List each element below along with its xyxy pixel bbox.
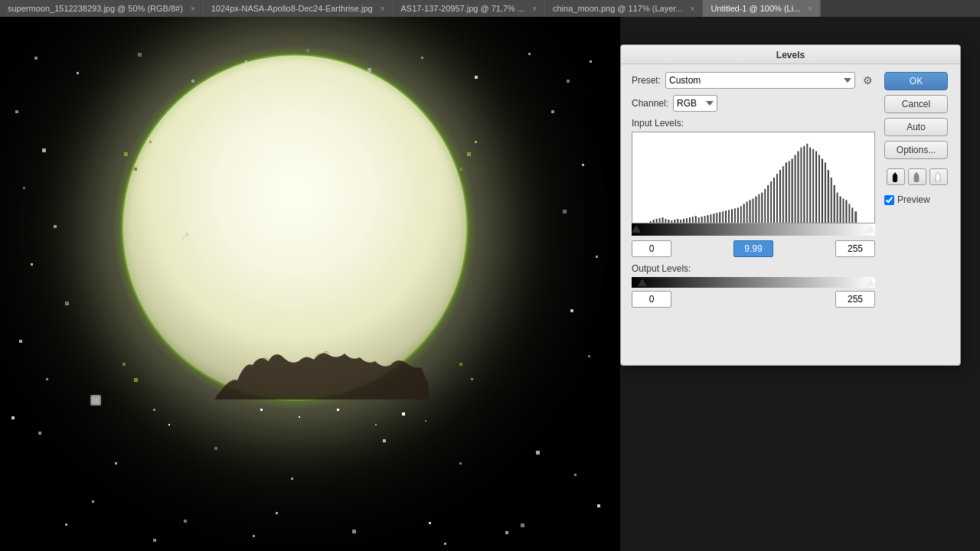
tab-close-chinamoon[interactable]: ×: [691, 5, 695, 13]
tab-label: AS17-137-20957.jpg @ 71,7% ...: [401, 4, 525, 13]
svg-rect-79: [683, 219, 684, 223]
output-highlight-field[interactable]: [835, 291, 875, 308]
svg-rect-114: [789, 161, 790, 223]
svg-rect-32: [459, 462, 462, 465]
svg-rect-104: [758, 194, 760, 223]
canvas-area: ↗: [0, 17, 620, 551]
svg-rect-127: [828, 170, 829, 223]
svg-rect-107: [767, 185, 769, 223]
svg-rect-100: [746, 201, 748, 223]
input-shadow-field[interactable]: [632, 240, 671, 257]
svg-rect-137: [893, 181, 897, 182]
input-slider-track[interactable]: [632, 223, 875, 236]
tab-label: supermoon_1512238293.jpg @ 50% (RGB/8#): [8, 4, 183, 13]
input-highlight-handle[interactable]: [866, 225, 875, 233]
svg-rect-27: [38, 432, 41, 435]
svg-rect-57: [168, 424, 170, 425]
preview-checkbox[interactable]: [884, 195, 894, 205]
svg-rect-22: [582, 164, 584, 166]
svg-rect-99: [743, 204, 745, 223]
svg-rect-56: [153, 409, 155, 411]
svg-rect-75: [671, 220, 672, 223]
svg-rect-122: [812, 149, 814, 223]
svg-rect-21: [551, 110, 554, 113]
ok-button[interactable]: OK: [884, 72, 948, 90]
svg-rect-8: [475, 76, 478, 79]
input-highlight-field[interactable]: [835, 240, 875, 257]
tab-chinamoon[interactable]: china_moon.png @ 117% (Layer... ×: [545, 0, 703, 17]
svg-rect-68: [650, 221, 652, 223]
gear-icon[interactable]: ⚙: [860, 73, 875, 88]
svg-rect-134: [848, 204, 850, 223]
dialog-body: Preset: DefaultCustom ⚙ Channel: RGBRedG…: [621, 64, 960, 315]
tab-close-earthrise[interactable]: ×: [381, 5, 385, 13]
tab-earthrise[interactable]: 1024px-NASA-Apollo8-Dec24-Earthrise.jpg …: [204, 0, 394, 17]
svg-rect-112: [782, 166, 784, 223]
svg-rect-82: [692, 217, 694, 223]
output-highlight-handle[interactable]: [866, 279, 875, 286]
gray-eyedropper[interactable]: [908, 168, 926, 185]
tab-as17[interactable]: AS17-137-20957.jpg @ 71,7% ... ×: [394, 0, 545, 17]
svg-rect-120: [806, 144, 808, 223]
svg-rect-76: [674, 220, 675, 223]
channel-select[interactable]: RGBRedGreenBlue: [673, 95, 717, 112]
svg-rect-9: [528, 53, 531, 55]
output-shadow-handle[interactable]: [638, 279, 647, 286]
svg-rect-123: [815, 152, 817, 223]
tab-close-as17[interactable]: ×: [532, 5, 537, 13]
dialog-left-panel: Preset: DefaultCustom ⚙ Channel: RGBRedG…: [632, 72, 875, 308]
svg-rect-26: [588, 355, 590, 357]
preview-label[interactable]: Preview: [897, 194, 930, 205]
svg-rect-62: [253, 535, 255, 537]
svg-rect-12: [15, 110, 18, 113]
preview-row: Preview: [884, 194, 949, 205]
svg-rect-11: [590, 60, 592, 63]
tab-untitled[interactable]: Untitled-1 @ 100% (Li... ×: [703, 0, 821, 17]
input-fields: [632, 240, 875, 257]
channel-label: Channel:: [632, 98, 668, 109]
cancel-button[interactable]: Cancel: [884, 95, 948, 113]
svg-rect-88: [710, 214, 711, 223]
svg-rect-121: [809, 148, 811, 223]
output-shadow-field[interactable]: [632, 291, 671, 308]
svg-rect-38: [276, 512, 278, 514]
svg-rect-46: [459, 168, 462, 171]
black-eyedropper[interactable]: [887, 168, 905, 185]
tab-supermoon[interactable]: supermoon_1512238293.jpg @ 50% (RGB/8#) …: [0, 0, 204, 17]
svg-rect-93: [725, 210, 727, 223]
svg-rect-64: [521, 523, 524, 527]
moon-scene: ↗: [0, 17, 620, 551]
preset-select[interactable]: DefaultCustom: [665, 72, 855, 89]
svg-rect-73: [665, 219, 666, 223]
svg-rect-109: [773, 178, 775, 223]
svg-rect-105: [761, 193, 763, 223]
output-slider-track[interactable]: [632, 277, 875, 288]
svg-rect-34: [574, 474, 577, 476]
svg-rect-118: [800, 148, 802, 223]
auto-button[interactable]: Auto: [884, 118, 948, 136]
svg-rect-77: [677, 219, 678, 223]
svg-rect-131: [840, 197, 841, 223]
tab-close-untitled[interactable]: ×: [808, 5, 812, 13]
options-button[interactable]: Options...: [884, 141, 948, 159]
svg-rect-31: [383, 439, 386, 442]
svg-rect-86: [704, 216, 706, 223]
svg-rect-132: [843, 199, 844, 223]
svg-rect-51: [471, 378, 473, 380]
input-midtone-handle[interactable]: [749, 225, 758, 233]
input-shadow-handle[interactable]: [632, 225, 641, 233]
preset-row: Preset: DefaultCustom ⚙: [632, 72, 875, 89]
svg-rect-130: [837, 193, 838, 223]
svg-rect-108: [770, 181, 772, 223]
svg-rect-41: [505, 531, 508, 534]
svg-rect-54: [337, 409, 339, 411]
preset-label: Preset:: [632, 75, 661, 86]
histogram-container: [632, 132, 875, 223]
svg-rect-7: [421, 57, 423, 59]
tab-close-supermoon[interactable]: ×: [191, 5, 195, 13]
eyedroppers-group: [884, 168, 949, 185]
white-eyedropper[interactable]: [929, 168, 948, 185]
svg-rect-60: [65, 523, 67, 526]
svg-rect-45: [467, 152, 471, 156]
input-midtone-field[interactable]: [733, 240, 773, 257]
